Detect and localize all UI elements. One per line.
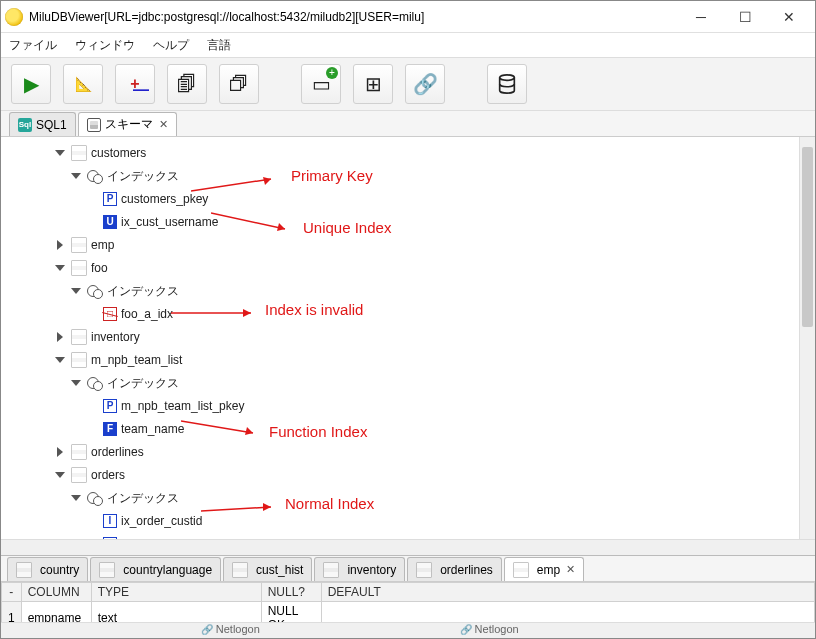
grid-cell-null[interactable]: NULL OK: [261, 602, 321, 623]
sql-icon: Sql: [18, 118, 32, 132]
index-group-icon: [87, 375, 103, 391]
run-button[interactable]: ▶: [11, 64, 51, 104]
grid-header-column[interactable]: COLUMN: [21, 583, 91, 602]
grid-cell-column[interactable]: empname: [21, 602, 91, 623]
index-group-icon: [87, 490, 103, 506]
grid-header-default[interactable]: DEFAULT: [321, 583, 814, 602]
tree-node-inventory[interactable]: inventory: [9, 327, 815, 347]
grid-cell-default[interactable]: [321, 602, 814, 623]
table-icon: [71, 237, 87, 253]
maximize-button[interactable]: ☐: [723, 2, 767, 32]
copy-button[interactable]: 🗇: [219, 64, 259, 104]
table-icon: [416, 562, 432, 578]
svg-point-0: [500, 75, 515, 81]
grid-row[interactable]: 1 empname text NULL OK: [2, 602, 815, 623]
app-icon: [5, 8, 23, 26]
tree-leaf-m-npb-pkey[interactable]: Pm_npb_team_list_pkey: [9, 396, 815, 416]
tree-leaf-orders-pkey[interactable]: Porders_pkey: [9, 534, 815, 539]
bottom-tabbar: country countrylanguage cust_hist invent…: [1, 556, 815, 582]
main-tabbar: Sql SQL1 スキーマ ✕: [1, 111, 815, 137]
window-title: MiluDBViewer[URL=jdbc:postgresql://local…: [29, 10, 679, 24]
unique-icon: U: [103, 215, 117, 229]
status-item: Netlogon: [460, 623, 519, 638]
titlebar: MiluDBViewer[URL=jdbc:postgresql://local…: [1, 1, 815, 33]
tree-node-orderlines[interactable]: orderlines: [9, 442, 815, 462]
grid: - COLUMN TYPE NULL? DEFAULT 1 empname te…: [1, 582, 815, 622]
horizontal-scrollbar[interactable]: [1, 539, 815, 555]
pk-icon: P: [103, 192, 117, 206]
main-area: customers インデックス Pcustomers_pkey Uix_cus…: [1, 137, 815, 622]
table-icon: [513, 562, 529, 578]
tree-node-indexes[interactable]: インデックス: [9, 373, 815, 393]
table-icon: [71, 145, 87, 161]
copy-sheet-button[interactable]: 🗐: [167, 64, 207, 104]
index-group-icon: [87, 283, 103, 299]
tab-sql1[interactable]: Sql SQL1: [9, 112, 76, 136]
minimize-button[interactable]: ─: [679, 2, 723, 32]
grid-corner: -: [2, 583, 22, 602]
grid-cell-type[interactable]: text: [91, 602, 261, 623]
new-tab-button[interactable]: ▭+: [301, 64, 341, 104]
close-button[interactable]: ✕: [767, 2, 811, 32]
close-icon[interactable]: ✕: [159, 118, 168, 131]
plus-minus-button[interactable]: +—: [115, 64, 155, 104]
menu-language[interactable]: 言語: [207, 37, 231, 54]
tree-node-orders[interactable]: orders: [9, 465, 815, 485]
table-icon: [232, 562, 248, 578]
tree-node-foo[interactable]: foo: [9, 258, 815, 278]
schema-icon: [87, 118, 101, 132]
tree-node-indexes[interactable]: インデックス: [9, 166, 815, 186]
btab-orderlines[interactable]: orderlines: [407, 557, 502, 581]
function-icon: F: [103, 422, 117, 436]
table-icon: [99, 562, 115, 578]
close-icon[interactable]: ✕: [566, 563, 575, 576]
vertical-scrollbar[interactable]: [799, 137, 815, 539]
add-panel-button[interactable]: ⊞: [353, 64, 393, 104]
tree-leaf-ix-cust-username[interactable]: Uix_cust_username: [9, 212, 815, 232]
menu-window[interactable]: ウィンドウ: [75, 37, 135, 54]
toolbar: ▶ 📐 +— 🗐 🗇 ▭+ ⊞ 🔗: [1, 57, 815, 111]
index-group-icon: [87, 168, 103, 184]
tree-node-indexes[interactable]: インデックス: [9, 488, 815, 508]
grid-header-null[interactable]: NULL?: [261, 583, 321, 602]
pk-icon: P: [103, 399, 117, 413]
grid-header-type[interactable]: TYPE: [91, 583, 261, 602]
btab-country[interactable]: country: [7, 557, 88, 581]
tree-leaf-customers-pkey[interactable]: Pcustomers_pkey: [9, 189, 815, 209]
table-icon: [323, 562, 339, 578]
index-icon: I: [103, 514, 117, 528]
bottom-panel: country countrylanguage cust_hist invent…: [1, 555, 815, 622]
table-icon: [71, 444, 87, 460]
tree-node-m-npb-team-list[interactable]: m_npb_team_list: [9, 350, 815, 370]
table-icon: [71, 352, 87, 368]
tree-pane[interactable]: customers インデックス Pcustomers_pkey Uix_cus…: [1, 137, 815, 539]
app-window: MiluDBViewer[URL=jdbc:postgresql://local…: [0, 0, 816, 639]
pk-icon: P: [103, 537, 117, 539]
menubar: ファイル ウィンドウ ヘルプ 言語: [1, 33, 815, 57]
tree-leaf-foo-a-idx[interactable]: □foo_a_idx: [9, 304, 815, 324]
connection-button[interactable]: 🔗: [405, 64, 445, 104]
table-icon: [16, 562, 32, 578]
tab-sql1-label: SQL1: [36, 118, 67, 132]
menu-file[interactable]: ファイル: [9, 37, 57, 54]
btab-countrylanguage[interactable]: countrylanguage: [90, 557, 221, 581]
tree-node-emp[interactable]: emp: [9, 235, 815, 255]
explain-button[interactable]: 📐: [63, 64, 103, 104]
table-icon: [71, 329, 87, 345]
tree-leaf-team-name[interactable]: Fteam_name: [9, 419, 815, 439]
tree-node-customers[interactable]: customers: [9, 143, 815, 163]
grid-rownum: 1: [2, 602, 22, 623]
tree-node-indexes[interactable]: インデックス: [9, 281, 815, 301]
menu-help[interactable]: ヘルプ: [153, 37, 189, 54]
tab-schema[interactable]: スキーマ ✕: [78, 112, 177, 136]
btab-cust-hist[interactable]: cust_hist: [223, 557, 312, 581]
tab-schema-label: スキーマ: [105, 116, 153, 133]
statusbar-fragment: Netlogon Netlogon: [1, 622, 815, 638]
table-icon: [71, 260, 87, 276]
btab-inventory[interactable]: inventory: [314, 557, 405, 581]
tree-leaf-ix-order-custid[interactable]: Iix_order_custid: [9, 511, 815, 531]
database-button[interactable]: [487, 64, 527, 104]
invalid-icon: □: [103, 307, 117, 321]
table-icon: [71, 467, 87, 483]
btab-emp[interactable]: emp✕: [504, 557, 584, 581]
